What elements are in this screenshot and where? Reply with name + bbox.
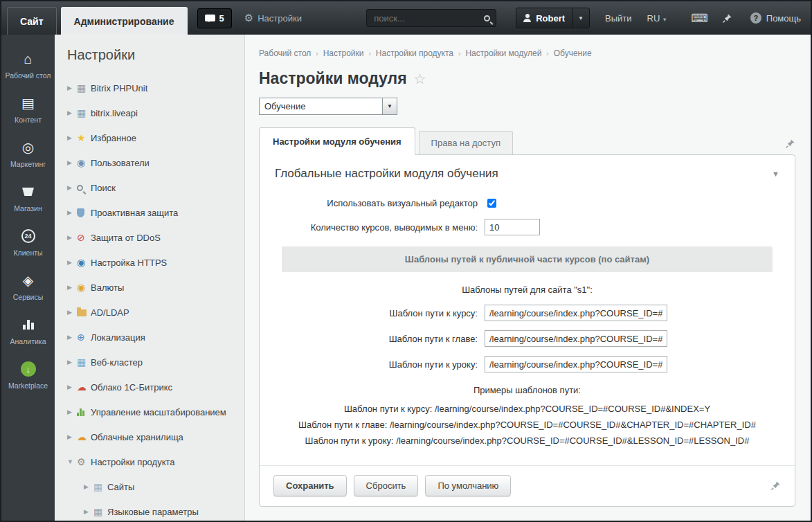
tab-administration[interactable]: Администрирование [61,7,188,35]
page-body: ⌂Рабочий стол▤Контент◎МаркетингМагазин24… [1,35,811,521]
clients-icon: 24 [21,228,35,244]
rail-item-2[interactable]: ▤Контент [1,87,55,132]
site-templates-label: Шаблоны путей для сайта "s1": [280,285,774,295]
path-examples: Примеры шаблонов пути: Шаблон пути к кур… [280,385,774,449]
sidebar-item-2[interactable]: ▶▦bitrix.liveapi [67,100,244,125]
sidebar-item-18[interactable]: ▶▦Языковые параметры [67,499,244,521]
help-button[interactable]: ? Помощь [750,12,801,24]
sidebar-item-label: Проактивная защита [91,208,178,218]
rail-item-3[interactable]: ◎Маркетинг [1,132,55,176]
sidebar-item-17[interactable]: ▶▦Сайты [67,474,244,499]
sidebar-item-10[interactable]: ▶AD/LDAP [67,300,244,325]
rail-item-label: Клиенты [13,249,42,257]
sidebar-item-12[interactable]: ▶▦Веб-кластер [67,350,244,375]
module-select[interactable]: Обучение ▼ [259,98,397,115]
tab-2[interactable]: Права на доступ [419,131,513,154]
lang-icon: ▦ [93,507,107,516]
topbar-pin-icon[interactable] [722,13,732,24]
sidebar-item-5[interactable]: ▶Поиск [67,175,244,200]
path-input-1[interactable] [485,305,667,321]
search-icon[interactable] [484,15,490,21]
main-content: Рабочий стол›Настройки›Настройки продукт… [245,35,811,521]
page-title: Настройки модуля [259,69,407,88]
path-input-2[interactable] [485,330,667,347]
sidebar-item-16[interactable]: ▼⚙Настройки продукта [67,449,244,474]
help-label: Помощь [766,13,801,24]
sidebar-item-8[interactable]: ▶◉Настройка HTTPS [67,250,244,275]
chevron-right-icon: ▶ [84,508,93,515]
tabs-pin-icon[interactable] [785,138,795,149]
rail-item-label: Сервисы [13,293,44,301]
rail-item-1[interactable]: ⌂Рабочий стол [1,43,55,87]
icon-rail: ⌂Рабочий стол▤Контент◎МаркетингМагазин24… [1,35,55,521]
rail-item-6[interactable]: ◈Сервисы [1,264,55,309]
tab-1[interactable]: Настройки модуля обучения [259,127,415,155]
chevron-right-icon: ▶ [84,483,93,490]
logout-link[interactable]: Выйти [605,13,632,24]
currency-icon: ◉ [77,282,91,292]
notifications-button[interactable]: 5 [197,8,232,28]
user-menu[interactable]: Robert ▼ [516,8,590,28]
chat-bubble-icon [205,15,215,21]
chevron-right-icon: ▶ [67,209,77,216]
rail-item-7[interactable]: Аналитика [1,309,55,353]
sidebar-item-label: Пользователи [91,158,150,168]
breadcrumb-item-3[interactable]: Настройки продукта [376,48,453,58]
tab-site[interactable]: Сайт [7,7,57,35]
path-row-2: Шаблон пути к главе: [280,330,774,347]
rail-item-4[interactable]: Магазин [1,176,55,220]
breadcrumb-separator-icon: › [369,50,371,57]
example-line-1: Шаблон пути к курсу: /learning/course/in… [280,401,774,417]
collapse-section-icon[interactable]: ▼ [772,170,779,178]
visual-editor-label: Использовать визуальный редактор [280,198,485,208]
language-selector[interactable]: RU▼ [647,13,668,24]
settings-card: Глобальные настройки модуля обучения ▼ И… [259,154,795,507]
search-input[interactable] [372,12,484,24]
sidebar-item-14[interactable]: ▶Управление масштабированием [67,399,244,424]
user-dropdown-arrow-icon[interactable]: ▼ [572,8,589,28]
path-input-3[interactable] [485,356,667,372]
sidebar-item-label: Защита от DDoS [91,233,161,243]
topbar: Сайт Администрирование 5 ⚙ Настройки Rob… [1,1,811,35]
save-button[interactable]: Сохранить [273,475,347,496]
rail-item-5[interactable]: 24Клиенты [1,220,55,264]
breadcrumb-item-4[interactable]: Настройки модулей [465,48,541,58]
gear-icon: ⚙ [77,457,91,467]
breadcrumb-separator-icon: › [546,50,548,57]
user-name: Robert [536,13,565,24]
sidebar-item-13[interactable]: ▶☁Облако 1С-Битрикс [67,375,244,399]
desktop-icon: ⌂ [24,51,32,67]
sidebar-item-9[interactable]: ▶◉Валюты [67,275,244,300]
default-button[interactable]: По умолчанию [425,475,511,496]
course-count-label: Количество курсов, выводимых в меню: [280,222,485,233]
path-row-1: Шаблон пути к курсу: [280,305,774,321]
example-line-3: Шаблон пути к уроку: /learning/course/in… [280,433,774,449]
admin-window: Сайт Администрирование 5 ⚙ Настройки Rob… [0,0,812,522]
sidebar-list: ▶▦Bitrix PHPUnit▶▦bitrix.liveapi▶★Избран… [67,75,244,521]
reset-button[interactable]: Сбросить [354,475,419,496]
ddos-icon: ⊘ [77,233,91,242]
select-arrow-icon[interactable]: ▼ [382,98,397,114]
sidebar-item-4[interactable]: ▶◉Пользователи [67,150,244,175]
course-count-input[interactable] [485,219,540,235]
favorite-star-icon[interactable]: ☆ [414,71,426,87]
sidebar-item-11[interactable]: ▶⊕Локализация [67,325,244,350]
footer-pin-icon[interactable] [770,480,781,491]
chevron-down-icon: ▼ [67,458,77,465]
breadcrumb-item-1[interactable]: Рабочий стол [259,48,311,58]
example-line-2: Шаблон пути к главе: /learning/course/in… [280,417,774,433]
sidebar-item-15[interactable]: ▶☁Облачные хранилища [67,424,244,449]
sidebar-item-3[interactable]: ▶★Избранное [67,125,244,150]
module-icon: ▦ [77,83,91,93]
sidebar-item-1[interactable]: ▶▦Bitrix PHPUnit [67,75,244,100]
sidebar-item-6[interactable]: ▶Проактивная защита [67,200,244,225]
settings-sidebar: Настройки ▶▦Bitrix PHPUnit▶▦bitrix.livea… [55,35,245,521]
breadcrumb-item-2[interactable]: Настройки [323,48,364,58]
rail-item-label: Marketplace [8,381,48,390]
visual-editor-checkbox[interactable] [487,199,496,208]
sidebar-item-label: AD/LDAP [91,307,129,318]
settings-menu-button[interactable]: ⚙ Настройки [244,12,302,24]
rail-item-8[interactable]: ↓Marketplace [1,353,55,397]
sidebar-item-7[interactable]: ▶⊘Защита от DDoS [67,225,244,250]
keyboard-icon[interactable]: ⌨ [691,11,708,26]
